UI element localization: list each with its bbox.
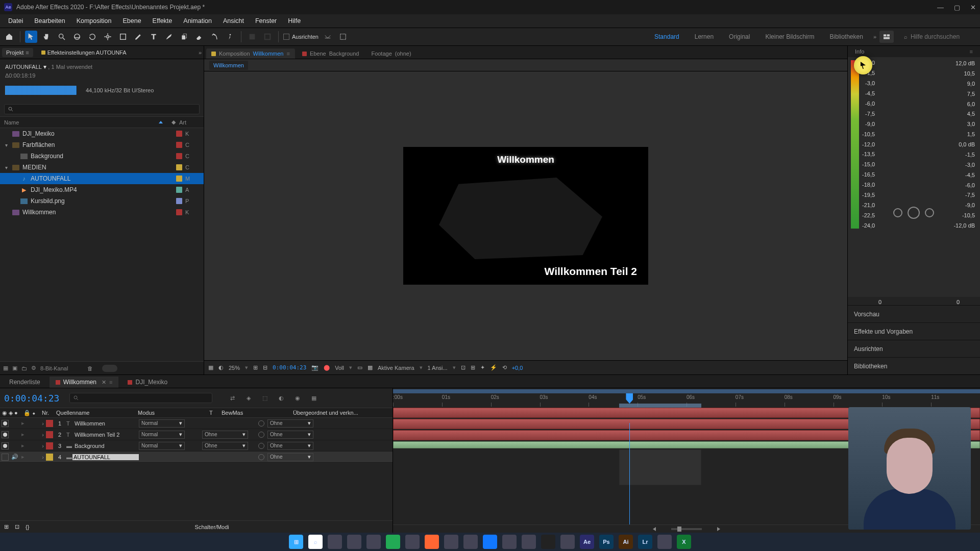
snap-options-icon[interactable] (322, 31, 334, 43)
taskbar-whatsapp[interactable] (386, 535, 400, 549)
channels-icon[interactable]: ⬤ (324, 364, 330, 371)
tree-item-dji_mexiko-mp4[interactable]: ▶DJI_Mexiko.MP4A (0, 184, 204, 195)
text-tool[interactable] (148, 31, 160, 43)
taskbar-ai[interactable]: Ai (619, 535, 633, 549)
tree-item-medien[interactable]: ▾MEDIENC (0, 162, 204, 173)
taskbar-obs[interactable] (541, 535, 555, 549)
resolution-dropdown[interactable]: Voll (335, 365, 344, 371)
tree-item-willkommen[interactable]: WillkommenK (0, 207, 204, 218)
comp-tab[interactable]: Ebene Background (297, 48, 364, 59)
shape-tool[interactable] (117, 31, 129, 43)
trash-icon[interactable]: 🗑 (87, 365, 93, 371)
taskbar-app1[interactable] (444, 535, 458, 549)
hdr-t[interactable]: T (207, 410, 219, 416)
menu-hilfe[interactable]: Hilfe (283, 15, 306, 27)
panel-menu-icon[interactable]: ≡ (967, 47, 976, 56)
timeline-timecode[interactable]: 0:00:04:23 (4, 393, 59, 404)
toggle-switches-icon[interactable]: ⊞ (4, 523, 9, 530)
taskbar-messenger[interactable] (463, 535, 478, 549)
shy-icon[interactable]: ⬚ (259, 392, 271, 404)
zoom-slider-track[interactable] (671, 528, 702, 530)
hdr-bm[interactable]: BewMas (219, 410, 291, 416)
taskbar-ae[interactable]: Ae (580, 535, 594, 549)
layer-row-1[interactable]: ▸ › 1 T Willkommen Normal▾ Ohne▾ (0, 418, 393, 429)
snapshot-icon[interactable]: 📷 (311, 364, 318, 371)
hand-tool[interactable] (40, 31, 53, 43)
layer-row-3[interactable]: ▸ › 3 ▬ Background Normal▾ Ohne▾ Ohne▾ (0, 440, 393, 452)
orbit-tool[interactable] (71, 31, 83, 43)
flow-crumb[interactable]: Willkommen (209, 61, 248, 70)
toggle-alpha-icon[interactable]: ▦ (208, 364, 213, 371)
col-name[interactable]: Name (4, 119, 159, 126)
tab-info[interactable]: Info (852, 47, 867, 56)
tree-item-autounfall[interactable]: ♪AUTOUNFALLM (0, 173, 204, 184)
taskbar-search[interactable]: ⌕ (308, 535, 323, 549)
audio-knob-left[interactable] (893, 208, 902, 217)
comp-mini-flow-icon[interactable]: ⇄ (227, 392, 238, 404)
menu-bearbeiten[interactable]: Bearbeiten (29, 15, 70, 27)
menu-ebene[interactable]: Ebene (117, 15, 146, 27)
tree-item-dji_mexiko[interactable]: DJI_MexikoK (0, 128, 204, 139)
accordion-ausrichten[interactable]: Ausrichten (848, 340, 980, 357)
grid-icon[interactable]: ⊞ (253, 364, 258, 371)
roto-tool[interactable] (209, 31, 221, 43)
tree-item-kursbild-png[interactable]: Kursbild.pngP (0, 195, 204, 207)
transparency-icon[interactable]: ▩ (368, 364, 373, 371)
taskbar-excel[interactable]: X (677, 535, 691, 549)
interpret-icon[interactable]: ▦ (3, 365, 8, 371)
motion-blur-icon[interactable]: ◉ (292, 392, 303, 404)
mask-mode-icon[interactable] (337, 31, 349, 43)
switches-modes-label[interactable]: Schalter/Modi (195, 524, 229, 530)
zoom-out-icon[interactable] (653, 527, 656, 531)
settings-icon[interactable]: ⚙ (31, 365, 36, 371)
workspace-original[interactable]: Original (726, 31, 753, 42)
eraser-tool[interactable] (193, 31, 206, 43)
work-area-handle[interactable] (619, 404, 701, 408)
layer-row-2[interactable]: ▸ › 2 T Willkommen Teil 2 Normal▾ Ohne▾ … (0, 429, 393, 440)
rotate-tool[interactable] (86, 31, 99, 43)
taskbar-facebook[interactable] (483, 535, 497, 549)
accordion-effekte-und-vorgaben[interactable]: Effekte und Vorgaben (848, 322, 980, 340)
taskbar-folder[interactable] (657, 535, 672, 549)
tree-item-background[interactable]: BackgroundC (0, 151, 204, 162)
taskbar-teams[interactable] (366, 535, 381, 549)
view2-icon[interactable]: ⊞ (471, 364, 475, 371)
workspace-overflow-icon[interactable]: » (873, 34, 876, 40)
camera-dropdown[interactable]: Aktive Kamera (378, 365, 414, 371)
layer-bar-4-overflow[interactable] (619, 449, 701, 485)
new-comp-icon[interactable]: ▣ (12, 365, 17, 371)
toggle-modes-icon[interactable]: ⊡ (15, 523, 19, 530)
draft3d-icon[interactable]: ◈ (243, 392, 254, 404)
maximize-button[interactable]: ▢ (954, 4, 960, 11)
audio-knob-right[interactable] (925, 208, 934, 217)
pen-tool[interactable] (132, 31, 144, 43)
taskbar-note[interactable] (522, 535, 536, 549)
viewer-timecode[interactable]: 0:00:04:23 (273, 364, 306, 371)
hdr-mode[interactable]: Modus (136, 410, 207, 416)
work-area-bar[interactable] (393, 389, 980, 393)
menu-datei[interactable]: Datei (3, 15, 28, 27)
taskbar-files[interactable] (502, 535, 517, 549)
menu-fenster[interactable]: Fenster (250, 15, 282, 27)
minimize-button[interactable]: — (937, 4, 944, 11)
audio-knob-master[interactable] (908, 207, 920, 219)
project-search[interactable] (4, 104, 200, 114)
graph-editor-icon[interactable]: ▦ (308, 392, 320, 404)
tab-project[interactable]: Projekt≡ (2, 48, 33, 57)
puppet-tool[interactable] (224, 31, 236, 43)
zoom-tool[interactable] (56, 31, 68, 43)
taskbar-lr[interactable]: Lr (638, 535, 652, 549)
taskbar-firefox[interactable] (425, 535, 439, 549)
view1-icon[interactable]: ⊡ (461, 364, 465, 371)
menu-animation[interactable]: Animation (178, 15, 217, 27)
workspace-standard[interactable]: Standard (651, 31, 682, 42)
hdr-parent[interactable]: Übergeordnet und verkn... (291, 410, 378, 416)
close-button[interactable]: ✕ (970, 4, 976, 11)
toggle-pane-icon[interactable]: {} (26, 524, 29, 530)
toggle-pill[interactable] (102, 365, 117, 372)
hdr-src[interactable]: Quellenname (54, 410, 136, 416)
brush-tool[interactable] (163, 31, 175, 43)
new-folder-icon[interactable]: 🗀 (21, 365, 27, 371)
zoom-in-icon[interactable] (717, 527, 720, 531)
workspace-settings-icon[interactable] (879, 31, 894, 43)
